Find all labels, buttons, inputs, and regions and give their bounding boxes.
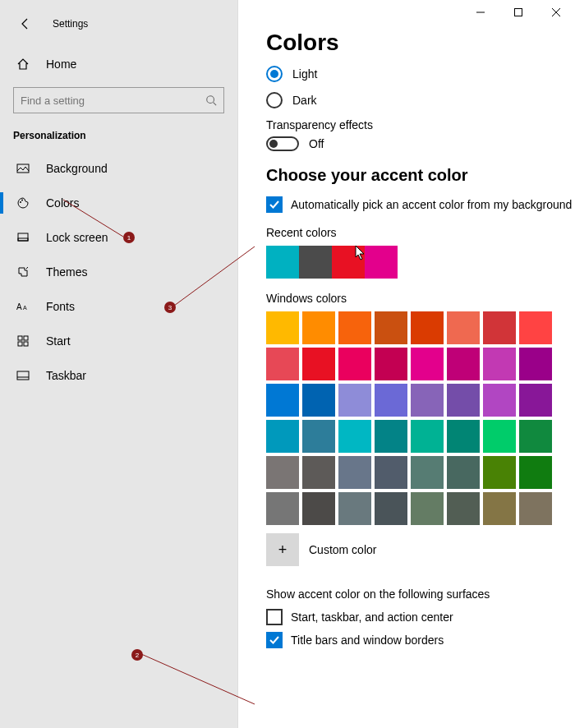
home-nav[interactable]: Home [0,48,237,81]
windows-colors-label: Windows colors [266,292,575,305]
auto-pick-row[interactable]: Automatically pick an accent color from … [266,196,575,213]
color-swatch[interactable] [483,311,516,344]
surface-start-taskbar[interactable]: Start, taskbar, and action center [266,609,575,625]
color-swatch[interactable] [447,420,480,453]
sidebar-item-themes[interactable]: Themes [0,255,237,289]
toggle-state: Off [309,137,324,150]
svg-rect-11 [18,342,22,346]
color-swatch[interactable] [338,384,371,417]
lockscreen-icon [16,231,30,244]
color-swatch[interactable] [519,492,552,525]
color-swatch[interactable] [338,492,371,525]
window-title: Settings [53,18,88,30]
windows-colors-grid [266,311,552,525]
color-swatch[interactable] [447,348,480,380]
sidebar-item-taskbar[interactable]: Taskbar [0,358,237,393]
color-swatch[interactable] [483,456,516,489]
annotation-3: 3 [164,302,176,313]
color-swatch[interactable] [338,456,371,489]
color-swatch[interactable] [338,348,371,380]
transparency-label: Transparency effects [266,118,575,131]
transparency-toggle[interactable] [266,136,299,151]
svg-point-4 [21,200,23,201]
color-swatch[interactable] [375,456,407,489]
sidebar-item-colors[interactable]: Colors [0,186,237,220]
color-swatch[interactable] [447,384,480,417]
surface-titlebars[interactable]: Title bars and window borders [266,632,575,648]
color-swatch[interactable] [519,420,552,453]
sidebar: Settings Home Personalization Background… [0,0,238,728]
recent-colors-label: Recent colors [266,226,575,239]
svg-rect-13 [17,371,29,380]
color-swatch[interactable] [411,420,444,453]
color-swatch[interactable] [375,492,407,525]
color-mode-light[interactable]: Light [266,66,575,82]
color-swatch[interactable] [266,456,299,489]
search-input[interactable] [21,94,185,107]
color-swatch[interactable] [519,311,552,344]
color-swatch[interactable] [302,311,335,344]
color-swatch[interactable] [375,348,407,380]
color-swatch[interactable] [302,420,335,453]
color-swatch[interactable] [338,420,371,453]
sidebar-item-label: Taskbar [46,369,86,382]
color-swatch[interactable] [483,384,516,417]
picture-icon [16,162,30,175]
sidebar-item-label: Lock screen [46,231,108,244]
svg-rect-5 [18,233,28,241]
color-swatch[interactable] [338,311,371,344]
custom-color-label: Custom color [309,543,376,556]
color-swatch[interactable] [375,384,407,417]
color-swatch[interactable] [302,492,335,525]
accent-heading: Choose your accent color [266,166,575,185]
svg-point-0 [207,96,214,104]
color-swatch[interactable] [266,246,299,279]
checkbox-label: Automatically pick an accent color from … [291,198,572,211]
color-swatch[interactable] [266,348,299,380]
color-swatch[interactable] [519,348,552,380]
sidebar-item-lockscreen[interactable]: Lock screen [0,220,237,255]
custom-color-button[interactable]: + Custom color [266,533,575,566]
sidebar-item-background[interactable]: Background [0,151,237,186]
color-swatch[interactable] [375,311,407,344]
sidebar-item-label: Themes [46,265,88,279]
sidebar-item-start[interactable]: Start [0,324,237,358]
search-box[interactable] [13,87,224,113]
maximize-button[interactable] [499,0,537,25]
color-swatch[interactable] [447,311,480,344]
color-swatch[interactable] [519,456,552,489]
color-swatch[interactable] [447,456,480,489]
color-swatch[interactable] [302,456,335,489]
color-swatch[interactable] [266,384,299,417]
main-content: Colors Light Dark Transparency effects O… [238,0,575,728]
back-button[interactable] [13,12,38,36]
color-swatch[interactable] [266,420,299,453]
svg-rect-12 [24,342,28,346]
close-button[interactable] [537,0,575,25]
color-mode-dark[interactable]: Dark [266,92,575,108]
color-swatch[interactable] [411,492,444,525]
color-swatch[interactable] [483,492,516,525]
color-swatch[interactable] [411,311,444,344]
sidebar-item-fonts[interactable]: AA Fonts [0,289,237,324]
svg-point-3 [20,201,21,203]
plus-icon: + [266,533,299,566]
color-swatch[interactable] [299,246,332,279]
color-swatch[interactable] [302,348,335,380]
radio-label: Dark [292,94,317,107]
color-swatch[interactable] [483,420,516,453]
color-swatch[interactable] [411,384,444,417]
color-swatch[interactable] [266,492,299,525]
color-swatch[interactable] [483,348,516,380]
color-swatch[interactable] [302,384,335,417]
color-swatch[interactable] [519,384,552,417]
color-swatch[interactable] [266,311,299,344]
color-swatch[interactable] [411,456,444,489]
color-swatch[interactable] [447,492,480,525]
taskbar-icon [16,369,30,382]
color-swatch[interactable] [411,348,444,380]
color-swatch[interactable] [365,246,398,279]
radio-icon [266,92,283,108]
color-swatch[interactable] [375,420,407,453]
minimize-button[interactable] [462,0,499,25]
